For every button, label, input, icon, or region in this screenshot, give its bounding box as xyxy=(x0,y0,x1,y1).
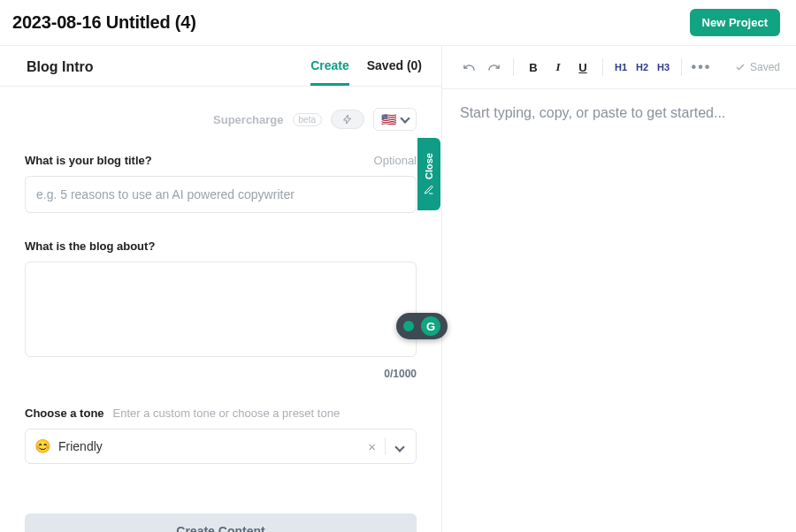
left-tabs-bar: Blog Intro Create Saved (0) xyxy=(0,46,441,87)
form-area: Supercharge beta 🇺🇸 What is your blog ti… xyxy=(0,87,441,532)
bold-button[interactable]: B xyxy=(523,57,544,78)
editor-toolbar: B I U H1 H2 H3 ••• Saved xyxy=(442,46,796,89)
blog-title-input[interactable] xyxy=(25,176,417,213)
h1-button[interactable]: H1 xyxy=(612,62,630,72)
editor-area[interactable]: Start typing, copy, or paste to get star… xyxy=(442,89,796,532)
left-panel: Blog Intro Create Saved (0) Supercharge … xyxy=(0,46,442,532)
supercharge-toggle[interactable] xyxy=(331,110,364,129)
toolbar-separator xyxy=(602,58,603,76)
h3-button[interactable]: H3 xyxy=(654,62,672,72)
more-button[interactable]: ••• xyxy=(691,57,712,78)
content-area: Blog Intro Create Saved (0) Supercharge … xyxy=(0,46,796,532)
undo-button[interactable] xyxy=(458,57,479,78)
h2-button[interactable]: H2 xyxy=(633,62,651,72)
tone-hint: Enter a custom tone or choose a preset t… xyxy=(113,407,341,420)
tone-select[interactable]: 😊 Friendly × xyxy=(25,429,417,464)
right-panel: B I U H1 H2 H3 ••• Saved Start typing, c… xyxy=(442,46,796,532)
project-title[interactable]: 2023-08-16 Untitled (4) xyxy=(12,12,196,33)
underline-button[interactable]: U xyxy=(572,57,593,78)
optional-label: Optional xyxy=(374,154,417,167)
editor-placeholder: Start typing, copy, or paste to get star… xyxy=(460,105,778,121)
redo-button[interactable] xyxy=(483,57,504,78)
chevron-down-icon xyxy=(400,113,409,123)
blog-about-group: What is the blog about? 0/1000 xyxy=(25,239,417,380)
new-project-button[interactable]: New Project xyxy=(690,9,780,36)
top-bar: 2023-08-16 Untitled (4) New Project xyxy=(0,0,796,46)
tabs-group: Create Saved (0) xyxy=(310,58,422,86)
bolt-icon xyxy=(342,114,353,125)
tone-emoji-icon: 😊 xyxy=(34,438,51,454)
check-icon xyxy=(735,62,746,72)
tone-dropdown-button[interactable] xyxy=(386,439,407,453)
saved-label: Saved xyxy=(750,61,780,73)
grammarly-widget[interactable]: G xyxy=(396,313,448,339)
redo-icon xyxy=(487,61,501,74)
blog-about-label: What is the blog about? xyxy=(25,239,155,253)
pencil-icon xyxy=(424,185,434,195)
tab-saved[interactable]: Saved (0) xyxy=(367,58,422,86)
chevron-down-icon xyxy=(394,442,404,452)
tone-value: Friendly xyxy=(58,439,359,453)
blog-title-label: What is your blog title? xyxy=(25,154,152,167)
grammarly-g-icon: G xyxy=(421,316,440,336)
supercharge-row: Supercharge beta 🇺🇸 xyxy=(25,108,417,131)
tone-clear-button[interactable]: × xyxy=(359,439,385,454)
grammarly-star-icon xyxy=(403,321,414,331)
italic-button[interactable]: I xyxy=(547,57,569,78)
close-panel-tab[interactable]: Close xyxy=(417,138,440,210)
blog-about-input[interactable] xyxy=(25,262,417,357)
tone-group: Choose a tone Enter a custom tone or cho… xyxy=(25,407,417,464)
flag-icon: 🇺🇸 xyxy=(381,113,396,125)
tone-label: Choose a tone xyxy=(25,407,104,420)
blog-title-group: What is your blog title? Optional xyxy=(25,154,417,213)
tab-create[interactable]: Create xyxy=(310,58,349,86)
toolbar-separator xyxy=(513,58,514,76)
supercharge-label: Supercharge xyxy=(213,113,283,126)
beta-badge: beta xyxy=(293,113,322,126)
tool-name: Blog Intro xyxy=(27,59,94,86)
language-selector[interactable]: 🇺🇸 xyxy=(373,108,417,131)
close-label: Close xyxy=(424,153,434,179)
saved-indicator: Saved xyxy=(735,61,780,73)
create-content-button[interactable]: Create Content xyxy=(25,513,417,532)
undo-icon xyxy=(463,61,476,74)
char-counter: 0/1000 xyxy=(25,368,417,380)
toolbar-separator xyxy=(681,58,682,76)
